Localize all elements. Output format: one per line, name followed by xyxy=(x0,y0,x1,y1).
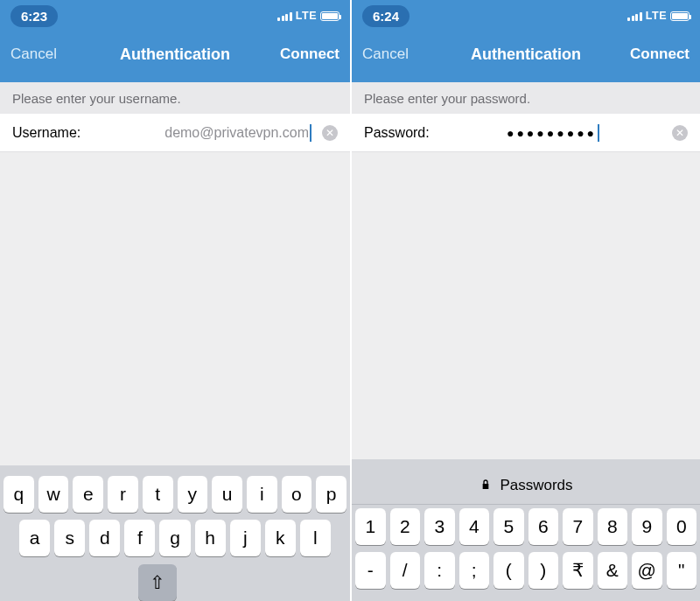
key-4[interactable]: 4 xyxy=(459,508,490,545)
text-caret xyxy=(310,124,312,142)
content-area xyxy=(0,152,350,465)
battery-icon xyxy=(320,11,340,21)
key-p[interactable]: p xyxy=(316,476,346,513)
signal-icon xyxy=(277,10,292,21)
keyboard-row-2: -/:;()₹&@" xyxy=(352,549,700,592)
keyboard-row-1: 1234567890 xyxy=(352,505,700,549)
network-label: LTE xyxy=(296,10,317,22)
connect-button[interactable]: Connect xyxy=(270,45,340,63)
username-input[interactable]: demo@privatevpn.com xyxy=(164,125,309,141)
screenshot-username: 6:23 LTE Cancel Authentication Connect P… xyxy=(0,0,350,601)
key-"[interactable]: " xyxy=(667,552,697,589)
nav-title: Authentication xyxy=(432,45,620,64)
key-₹[interactable]: ₹ xyxy=(563,552,593,589)
password-label: Password: xyxy=(364,125,444,141)
shift-key[interactable]: ⇧ xyxy=(138,564,177,601)
key-6[interactable]: 6 xyxy=(528,508,559,545)
key-&[interactable]: & xyxy=(598,552,628,589)
header: 6:24 LTE Cancel Authentication Connect xyxy=(352,0,700,82)
password-input[interactable]: ●●●●●●●●● xyxy=(507,126,597,140)
prompt-text: Please enter your password. xyxy=(352,82,700,114)
key-7[interactable]: 7 xyxy=(563,508,593,545)
time-pill: 6:23 xyxy=(10,5,58,27)
header: 6:23 LTE Cancel Authentication Connect xyxy=(0,0,350,82)
password-row[interactable]: Password: ●●●●●●●●● ✕ xyxy=(352,114,700,152)
key-l[interactable]: l xyxy=(300,520,331,556)
connect-button[interactable]: Connect xyxy=(620,45,690,63)
key-k[interactable]: k xyxy=(265,520,296,556)
key-8[interactable]: 8 xyxy=(598,508,628,545)
navbar: Cancel Authentication Connect xyxy=(352,31,700,82)
keyboard[interactable]: Passwords 1234567890 -/:;()₹&@" xyxy=(352,459,700,601)
key-3[interactable]: 3 xyxy=(424,508,455,545)
key-f[interactable]: f xyxy=(124,520,155,556)
key-([interactable]: ( xyxy=(494,552,524,589)
keyboard[interactable]: qwertyuiop asdfghjkl ⇧ xyxy=(0,465,350,601)
battery-icon xyxy=(670,11,690,21)
key-y[interactable]: y xyxy=(178,476,208,513)
signal-icon xyxy=(627,10,642,21)
key-d[interactable]: d xyxy=(89,520,120,556)
key-5[interactable]: 5 xyxy=(494,508,524,545)
content-area xyxy=(352,152,700,459)
status-indicators: LTE xyxy=(627,10,690,22)
key-s[interactable]: s xyxy=(54,520,85,556)
key-/[interactable]: / xyxy=(390,552,421,589)
key-1[interactable]: 1 xyxy=(355,508,386,545)
key-)[interactable]: ) xyxy=(528,552,559,589)
cancel-button[interactable]: Cancel xyxy=(10,45,80,63)
key-:[interactable]: : xyxy=(424,552,455,589)
key-h[interactable]: h xyxy=(195,520,226,556)
key-t[interactable]: t xyxy=(143,476,173,513)
clear-icon[interactable]: ✕ xyxy=(322,125,338,141)
key-0[interactable]: 0 xyxy=(667,508,697,545)
statusbar: 6:23 LTE xyxy=(0,0,350,31)
keyboard-row-1: qwertyuiop xyxy=(0,472,350,516)
key-u[interactable]: u xyxy=(212,476,242,513)
time-pill: 6:24 xyxy=(362,5,410,27)
prompt-text: Please enter your username. xyxy=(0,82,350,114)
statusbar: 6:24 LTE xyxy=(352,0,700,31)
key-i[interactable]: i xyxy=(247,476,277,513)
key-9[interactable]: 9 xyxy=(632,508,662,545)
key-e[interactable]: e xyxy=(73,476,103,513)
text-caret xyxy=(598,124,599,142)
key-a[interactable]: a xyxy=(19,520,50,556)
key-j[interactable]: j xyxy=(230,520,261,556)
navbar: Cancel Authentication Connect xyxy=(0,31,350,82)
key-o[interactable]: o xyxy=(282,476,312,513)
key-;[interactable]: ; xyxy=(459,552,490,589)
key-icon xyxy=(479,479,493,493)
key-g[interactable]: g xyxy=(159,520,190,556)
network-label: LTE xyxy=(646,10,667,22)
key-@[interactable]: @ xyxy=(632,552,662,589)
username-row[interactable]: Username: demo@privatevpn.com ✕ xyxy=(0,114,350,152)
password-suggestion-bar[interactable]: Passwords xyxy=(352,466,700,505)
key-w[interactable]: w xyxy=(38,476,69,513)
keyboard-row-2: asdfghjkl xyxy=(0,516,350,560)
status-indicators: LTE xyxy=(277,10,340,22)
screenshot-password: 6:24 LTE Cancel Authentication Connect P… xyxy=(350,0,700,601)
key-q[interactable]: q xyxy=(4,476,34,513)
clear-icon[interactable]: ✕ xyxy=(672,125,688,141)
key--[interactable]: - xyxy=(355,552,386,589)
username-label: Username: xyxy=(12,125,93,141)
key-2[interactable]: 2 xyxy=(390,508,421,545)
password-suggestion-label: Passwords xyxy=(500,477,572,494)
nav-title: Authentication xyxy=(80,45,270,64)
cancel-button[interactable]: Cancel xyxy=(362,45,432,63)
keyboard-row-3: ⇧ xyxy=(0,560,350,601)
key-r[interactable]: r xyxy=(108,476,138,513)
